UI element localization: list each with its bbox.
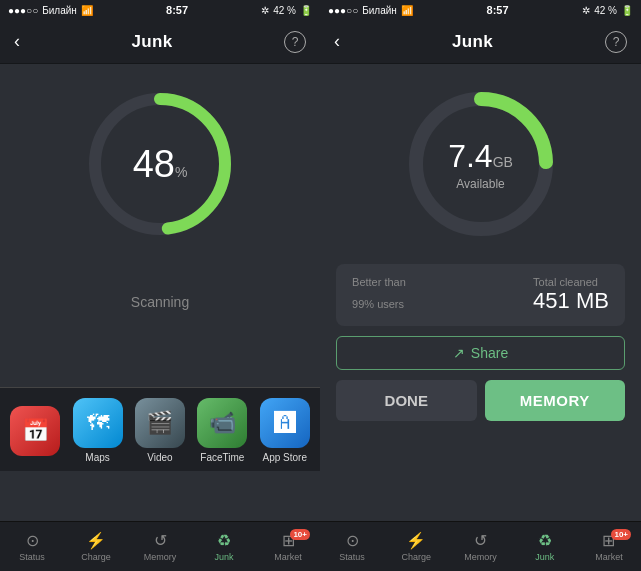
right-bt-icon: ✲ xyxy=(582,5,590,16)
right-status-left: ●●●○○ Билайн 📶 xyxy=(328,5,413,16)
left-tab-junk[interactable]: ♻ Junk xyxy=(192,531,256,562)
app-icon-calendar[interactable]: 📅 xyxy=(10,406,60,456)
right-signal-dots: ●●●○○ xyxy=(328,5,358,16)
right-status-label: Status xyxy=(339,552,365,562)
left-status-left: ●●●○○ Билайн 📶 xyxy=(8,5,93,16)
left-scanning-label: Scanning xyxy=(131,294,189,310)
appstore-label: App Store xyxy=(263,452,307,463)
right-battery-icon: 🔋 xyxy=(621,5,633,16)
better-than-value: 99% users xyxy=(352,288,406,314)
total-cleaned-col: Total cleaned 451 MB xyxy=(533,276,609,314)
share-button[interactable]: ↗ Share xyxy=(336,336,625,370)
left-battery-icon: 🔋 xyxy=(300,5,312,16)
right-junk-icon: ♻ xyxy=(538,531,552,550)
right-tab-memory[interactable]: ↺ Memory xyxy=(448,531,512,562)
share-label: Share xyxy=(471,345,508,361)
right-carrier: Билайн xyxy=(362,5,397,16)
left-status-bar: ●●●○○ Билайн 📶 8:57 ✲ 42 % 🔋 xyxy=(0,0,320,20)
right-time: 8:57 xyxy=(487,4,509,16)
memory-button[interactable]: MEMORY xyxy=(485,380,625,421)
right-junk-label: Junk xyxy=(535,552,554,562)
right-tab-status[interactable]: ⊙ Status xyxy=(320,531,384,562)
charge-icon: ⚡ xyxy=(86,531,106,550)
right-ring-value: 7.4GB xyxy=(448,138,513,175)
right-charge-label: Charge xyxy=(402,552,432,562)
right-memory-label: Memory xyxy=(464,552,497,562)
junk-icon: ♻ xyxy=(217,531,231,550)
facetime-app-icon: 📹 xyxy=(197,398,247,448)
left-tab-bar: ⊙ Status ⚡ Charge ↺ Memory ♻ Junk 10+ ⊞ … xyxy=(0,521,320,571)
better-than-col: Better than 99% users xyxy=(352,276,406,314)
memory-icon: ↺ xyxy=(154,531,167,550)
right-main-content: 7.4GB Available Better than 99% users To… xyxy=(320,64,641,521)
left-panel: ●●●○○ Билайн 📶 8:57 ✲ 42 % 🔋 ‹ Junk ? 4 xyxy=(0,0,320,571)
left-app-icons-overlay: 📅 🗺 Maps 🎬 Video 📹 FaceTime xyxy=(0,387,320,471)
junk-label: Junk xyxy=(214,552,233,562)
left-main-content: 48% Scanning 📅 🗺 Maps 🎬 Video xyxy=(0,64,320,521)
total-cleaned-value: 451 MB xyxy=(533,288,609,314)
left-help-button[interactable]: ? xyxy=(284,31,306,53)
facetime-label: FaceTime xyxy=(200,452,244,463)
left-tab-memory[interactable]: ↺ Memory xyxy=(128,531,192,562)
right-market-label: Market xyxy=(595,552,623,562)
action-buttons: DONE MEMORY xyxy=(336,380,625,421)
market-badge: 10+ xyxy=(290,529,310,540)
right-tab-junk[interactable]: ♻ Junk xyxy=(513,531,577,562)
left-ring-center: 48% xyxy=(133,143,188,186)
left-tab-status[interactable]: ⊙ Status xyxy=(0,531,64,562)
right-market-badge: 10+ xyxy=(611,529,631,540)
done-button[interactable]: DONE xyxy=(336,380,476,421)
right-help-button[interactable]: ? xyxy=(605,31,627,53)
status-icon: ⊙ xyxy=(26,531,39,550)
left-ring-unit: % xyxy=(175,164,187,180)
video-app-icon: 🎬 xyxy=(135,398,185,448)
total-cleaned-label: Total cleaned xyxy=(533,276,609,288)
maps-label: Maps xyxy=(85,452,109,463)
right-ring-sublabel: Available xyxy=(448,177,513,191)
video-label: Video xyxy=(147,452,172,463)
better-than-label: Better than xyxy=(352,276,406,288)
app-icon-appstore[interactable]: 🅰 App Store xyxy=(260,398,310,463)
calendar-app-icon: 📅 xyxy=(10,406,60,456)
charge-label: Charge xyxy=(81,552,111,562)
right-title: Junk xyxy=(452,32,493,52)
left-tab-charge[interactable]: ⚡ Charge xyxy=(64,531,128,562)
app-icon-video[interactable]: 🎬 Video xyxy=(135,398,185,463)
right-tab-market[interactable]: 10+ ⊞ Market xyxy=(577,531,641,562)
left-title: Junk xyxy=(132,32,173,52)
market-label: Market xyxy=(274,552,302,562)
left-status-right: ✲ 42 % 🔋 xyxy=(261,5,312,16)
left-bt-icon: ✲ xyxy=(261,5,269,16)
right-ring-center: 7.4GB Available xyxy=(448,138,513,191)
right-ring-chart: 7.4GB Available xyxy=(401,84,561,244)
maps-app-icon: 🗺 xyxy=(73,398,123,448)
left-carrier: Билайн xyxy=(42,5,77,16)
right-memory-icon: ↺ xyxy=(474,531,487,550)
right-tab-charge[interactable]: ⚡ Charge xyxy=(384,531,448,562)
left-ring-value: 48 xyxy=(133,143,175,185)
left-signal-dots: ●●●○○ xyxy=(8,5,38,16)
right-charge-icon: ⚡ xyxy=(406,531,426,550)
left-time: 8:57 xyxy=(166,4,188,16)
right-wifi-icon: 📶 xyxy=(401,5,413,16)
left-back-button[interactable]: ‹ xyxy=(14,31,20,52)
right-tab-bar: ⊙ Status ⚡ Charge ↺ Memory ♻ Junk 10+ ⊞ … xyxy=(320,521,641,571)
right-status-right: ✲ 42 % 🔋 xyxy=(582,5,633,16)
left-ring-chart: 48% xyxy=(80,84,240,244)
share-icon: ↗ xyxy=(453,345,465,361)
right-status-bar: ●●●○○ Билайн 📶 8:57 ✲ 42 % 🔋 xyxy=(320,0,641,20)
right-result-info: Better than 99% users Total cleaned 451 … xyxy=(336,264,625,326)
right-status-icon: ⊙ xyxy=(346,531,359,550)
left-wifi-icon: 📶 xyxy=(81,5,93,16)
right-header: ‹ Junk ? xyxy=(320,20,641,64)
left-tab-market[interactable]: 10+ ⊞ Market xyxy=(256,531,320,562)
right-panel: ●●●○○ Билайн 📶 8:57 ✲ 42 % 🔋 ‹ Junk ? xyxy=(320,0,641,571)
app-icon-maps[interactable]: 🗺 Maps xyxy=(73,398,123,463)
right-ring-unit: GB xyxy=(493,154,513,170)
app-icon-facetime[interactable]: 📹 FaceTime xyxy=(197,398,247,463)
memory-label: Memory xyxy=(144,552,177,562)
left-header: ‹ Junk ? xyxy=(0,20,320,64)
right-back-button[interactable]: ‹ xyxy=(334,31,340,52)
appstore-app-icon: 🅰 xyxy=(260,398,310,448)
status-label: Status xyxy=(19,552,45,562)
